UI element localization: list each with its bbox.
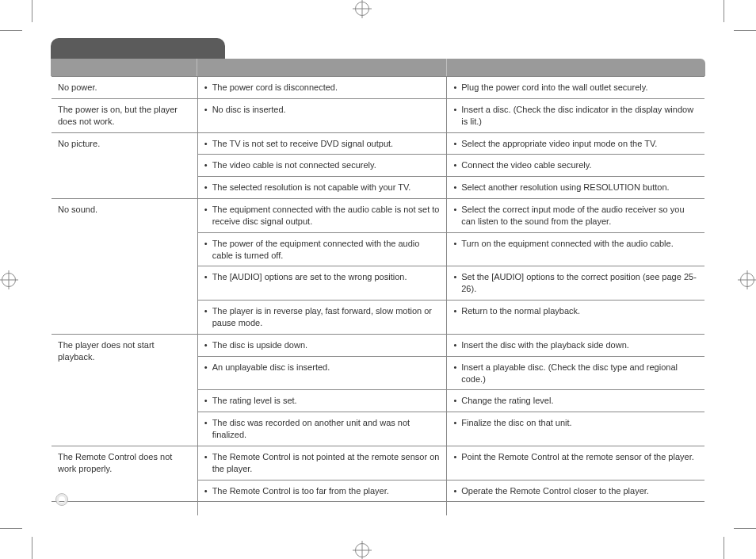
bullet-icon: • [204, 104, 208, 116]
correction-text: Select another resolution using RESOLUTI… [461, 182, 669, 193]
section-title-block [51, 38, 225, 59]
cause-cell: •The power cord is disconnected. [197, 77, 447, 99]
cause-text: The disc was recorded on another unit an… [212, 417, 441, 441]
bullet-icon: • [204, 138, 208, 150]
correction-cell: •Point the Remote Control at the remote … [447, 446, 705, 480]
table-header-row [51, 59, 705, 76]
cause-text: The Remote Control is not pointed at the… [212, 451, 441, 475]
bullet-icon: • [204, 417, 208, 441]
table-row: The player does not start playback.•The … [52, 334, 705, 356]
correction-cell: •Plug the power cord into the wall outle… [447, 77, 705, 99]
correction-cell: •Insert a disc. (Check the disc indicato… [447, 98, 705, 132]
table-spacer-row [52, 502, 705, 516]
bullet-icon: • [204, 339, 208, 351]
correction-text: Finalize the disc on that unit. [461, 417, 571, 429]
cause-text: The rating level is set. [212, 395, 297, 407]
table-row: The power is on, but the player does not… [52, 98, 705, 132]
page-number-icon [55, 493, 68, 506]
bullet-icon: • [453, 395, 456, 407]
correction-cell: •Select the correct input mode of the au… [447, 199, 705, 233]
bullet-icon: • [453, 485, 456, 497]
bullet-icon: • [453, 182, 456, 193]
symptom-cell: No sound. [52, 199, 198, 335]
correction-text: Turn on the equipment connected with the… [461, 238, 673, 250]
bullet-icon: • [453, 204, 456, 228]
cause-text: The video cable is not connected securel… [212, 159, 376, 171]
cause-cell: •The [AUDIO] options are set to the wron… [197, 266, 447, 301]
correction-text: Return to the normal playback. [461, 305, 580, 317]
cause-cell: •The video cable is not connected secure… [197, 155, 447, 177]
symptom-cell: The Remote Control does not work properl… [52, 446, 198, 502]
bullet-icon: • [453, 451, 456, 463]
symptom-cell: No picture. [52, 132, 198, 199]
page-content: No power.•The power cord is disconnected… [51, 38, 705, 516]
bullet-icon: • [204, 238, 208, 262]
bullet-icon: • [453, 305, 456, 317]
table-row: No sound.•The equipment connected with t… [52, 199, 705, 233]
header-correction [447, 59, 705, 76]
correction-text: Set the [AUDIO] options to the correct p… [461, 271, 698, 295]
cause-cell: •The disc was recorded on another unit a… [197, 412, 447, 446]
correction-text: Connect the video cable securely. [461, 159, 591, 171]
correction-cell: •Insert the disc with the playback side … [447, 334, 705, 356]
correction-cell: •Turn on the equipment connected with th… [447, 232, 705, 266]
correction-cell: •Connect the video cable securely. [447, 155, 705, 177]
correction-cell: •Select the appropriate video input mode… [447, 132, 705, 155]
cause-cell: •The TV is not set to receive DVD signal… [197, 132, 447, 155]
bullet-icon: • [453, 82, 456, 94]
bullet-icon: • [204, 271, 208, 283]
cause-text: The player is in reverse play, fast forw… [212, 305, 441, 329]
bullet-icon: • [204, 204, 208, 228]
bullet-icon: • [204, 362, 208, 373]
symptom-cell: The player does not start playback. [52, 334, 198, 446]
bullet-icon: • [453, 271, 456, 295]
correction-text: Insert the disc with the playback side d… [461, 339, 629, 351]
table-row: No picture.•The TV is not set to receive… [52, 132, 705, 155]
correction-cell: •Select another resolution using RESOLUT… [447, 177, 705, 199]
cause-text: The power of the equipment connected wit… [212, 238, 441, 262]
cause-cell: •The Remote Control is not pointed at th… [197, 446, 447, 480]
bullet-icon: • [204, 395, 208, 407]
troubleshooting-table: No power.•The power cord is disconnected… [51, 76, 705, 516]
correction-text: Plug the power cord into the wall outlet… [461, 82, 647, 94]
symptom-cell: The power is on, but the player does not… [52, 98, 198, 132]
correction-text: Insert a disc. (Check the disc indicator… [461, 104, 698, 128]
cause-cell: •The selected resolution is not capable … [197, 177, 447, 199]
cause-cell: •The power of the equipment connected wi… [197, 232, 447, 266]
correction-cell: •Change the rating level. [447, 390, 705, 412]
cause-text: The selected resolution is not capable w… [212, 182, 411, 193]
correction-cell: •Return to the normal playback. [447, 301, 705, 335]
correction-text: Point the Remote Control at the remote s… [461, 451, 694, 463]
cause-text: No disc is inserted. [212, 104, 286, 116]
bullet-icon: • [453, 339, 456, 351]
correction-cell: •Set the [AUDIO] options to the correct … [447, 266, 705, 301]
correction-cell: •Finalize the disc on that unit. [447, 412, 705, 446]
symptom-text: The player does not start playback. [58, 340, 155, 362]
bullet-icon: • [453, 362, 456, 385]
table-row: No power.•The power cord is disconnected… [52, 77, 705, 99]
symptom-text: No sound. [58, 205, 97, 214]
bullet-icon: • [453, 238, 456, 250]
cause-cell: •The rating level is set. [197, 390, 447, 412]
bullet-icon: • [204, 451, 208, 475]
correction-text: Select the correct input mode of the aud… [461, 204, 698, 228]
symptom-text: The power is on, but the player does not… [58, 105, 178, 126]
bullet-icon: • [204, 159, 208, 171]
cause-cell: •The disc is upside down. [197, 334, 447, 356]
bullet-icon: • [204, 305, 208, 329]
bullet-icon: • [204, 485, 208, 497]
bullet-icon: • [453, 104, 456, 128]
cause-text: The Remote Control is too far from the p… [212, 485, 389, 497]
header-cause [197, 59, 447, 76]
correction-text: Insert a playable disc. (Check the disc … [461, 362, 698, 385]
cause-text: An unplayable disc is inserted. [212, 362, 330, 373]
bullet-icon: • [204, 182, 208, 193]
cause-text: The TV is not set to receive DVD signal … [212, 138, 393, 150]
cause-text: The equipment connected with the audio c… [212, 204, 441, 228]
bullet-icon: • [453, 417, 456, 429]
correction-text: Operate the Remote Control closer to the… [461, 485, 649, 497]
cause-cell: •The player is in reverse play, fast for… [197, 301, 447, 335]
bullet-icon: • [204, 82, 208, 94]
table-row: The Remote Control does not work properl… [52, 446, 705, 480]
cause-text: The power cord is disconnected. [212, 82, 338, 94]
